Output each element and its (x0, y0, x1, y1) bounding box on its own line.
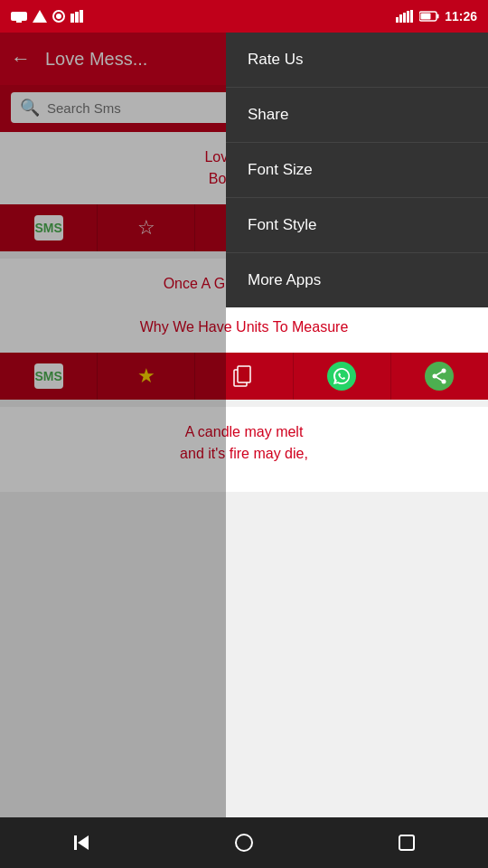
svg-rect-9 (399, 14, 402, 23)
back-button[interactable]: ← (11, 47, 31, 71)
status-icons (11, 10, 83, 23)
message-text-3: A candle may melt and it's fire may die, (0, 407, 488, 492)
notification-icon (11, 10, 27, 23)
search-icon: 🔍 (20, 98, 40, 118)
sms-button-1[interactable]: SMS (0, 204, 98, 251)
recent-nav-button[interactable] (389, 825, 425, 861)
svg-rect-33 (399, 835, 414, 850)
message-actions-2: SMS ★ (0, 353, 488, 400)
bottom-navigation (0, 817, 488, 868)
whatsapp-icon-2 (327, 362, 356, 391)
svg-point-32 (236, 835, 252, 851)
svg-rect-7 (80, 10, 83, 23)
svg-rect-12 (410, 10, 413, 23)
svg-rect-10 (403, 13, 406, 23)
menu-item-font-style[interactable]: Font Style (226, 198, 488, 253)
message-card-3: A candle may melt and it's fire may die, (0, 407, 488, 492)
sms-button-2[interactable]: SMS (0, 353, 98, 400)
up-arrow-icon (33, 10, 47, 23)
svg-rect-6 (75, 12, 79, 23)
svg-marker-30 (78, 835, 89, 850)
status-right: 11:26 (396, 9, 477, 24)
svg-rect-11 (407, 11, 409, 23)
favorite-button-2[interactable]: ★ (98, 353, 195, 400)
copy-icon-2 (230, 362, 258, 391)
sms-icon-2: SMS (34, 363, 63, 389)
dropdown-menu: Rate Us Share Font Size Font Style More … (226, 33, 488, 307)
menu-item-font-size[interactable]: Font Size (226, 143, 488, 198)
svg-rect-14 (421, 14, 431, 20)
share-button-2[interactable] (391, 353, 488, 400)
copy-button-2[interactable] (195, 353, 293, 400)
star-icon-1: ☆ (132, 213, 161, 242)
signal-icon (396, 10, 414, 23)
svg-rect-5 (70, 14, 74, 23)
sms-icon: SMS (34, 215, 63, 241)
battery-icon (419, 11, 439, 22)
back-nav-button[interactable] (63, 825, 99, 861)
favorite-button-1[interactable]: ☆ (98, 204, 195, 251)
svg-line-29 (435, 376, 444, 382)
bar-icon (70, 10, 83, 23)
menu-item-rate-us[interactable]: Rate Us (226, 33, 488, 88)
time-display: 11:26 (445, 9, 477, 24)
svg-rect-24 (238, 366, 250, 382)
menu-item-more-apps[interactable]: More Apps (226, 253, 488, 307)
svg-rect-15 (437, 14, 439, 19)
svg-rect-8 (396, 17, 399, 23)
svg-rect-0 (11, 12, 27, 21)
home-nav-button[interactable] (226, 825, 262, 861)
share-icon-2 (425, 362, 454, 391)
svg-point-4 (56, 14, 61, 19)
star-icon-2: ★ (132, 362, 161, 391)
whatsapp-button-2[interactable] (294, 353, 391, 400)
svg-line-28 (435, 371, 444, 376)
circle-icon (52, 10, 65, 23)
svg-marker-2 (33, 10, 47, 23)
svg-rect-1 (16, 21, 22, 23)
menu-item-share[interactable]: Share (226, 88, 488, 143)
svg-rect-31 (74, 835, 77, 850)
status-bar: 11:26 (0, 0, 488, 33)
